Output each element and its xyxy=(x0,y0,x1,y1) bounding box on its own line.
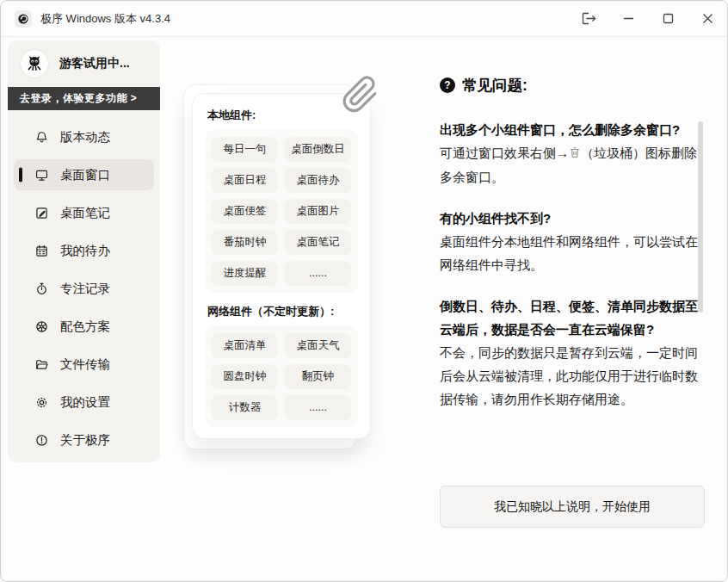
login-banner[interactable]: 去登录，体验更多功能 > xyxy=(8,87,160,110)
widget-chip[interactable]: 桌面笔记 xyxy=(285,230,351,255)
avatar xyxy=(20,49,49,78)
widget-card: 本地组件: 每日一句桌面倒数日桌面日程桌面待办桌面便签桌面图片番茄时钟桌面笔记进… xyxy=(192,93,371,439)
faq-answer: 不会，同步的数据只是暂存到云端，一定时间后会从云端被清理，此功能仅用于进行临时数… xyxy=(440,341,705,411)
widget-chip[interactable]: 番茄时钟 xyxy=(212,230,278,255)
faq-answer: 可通过窗口效果右侧→（垃圾桶）图标删除多余窗口。 xyxy=(440,141,705,189)
sidebar-item-label: 文件传输 xyxy=(60,356,110,373)
sidebar-item-info[interactable]: 关于极序 xyxy=(14,424,154,455)
sidebar-item-gear[interactable]: 我的设置 xyxy=(14,387,154,418)
widget-chip[interactable]: 桌面清单 xyxy=(212,333,278,358)
confirm-start-button[interactable]: 我已知晓以上说明，开始使用 xyxy=(440,486,705,528)
sidebar: 游客试用中... 去登录，体验更多功能 > 版本动态桌面窗口桌面笔记我的待办专注… xyxy=(8,40,160,462)
faq-heading-text: 常见问题: xyxy=(462,75,527,96)
widget-chip[interactable]: 桌面图片 xyxy=(285,199,351,224)
faq-answer: 桌面组件分本地组件和网络组件，可以尝试在网络组件中寻找。 xyxy=(440,230,705,276)
faq-question: 有的小组件找不到? xyxy=(440,207,705,230)
scrollbar-thumb[interactable] xyxy=(698,121,703,313)
exit-to-tray-button[interactable] xyxy=(579,9,598,28)
sidebar-item-folder[interactable]: 文件传输 xyxy=(14,349,154,380)
widget-chip[interactable]: 翻页钟 xyxy=(285,364,351,389)
palette-icon xyxy=(34,319,49,334)
faq-question: 出现多个小组件窗口，怎么删除多余窗口? xyxy=(440,118,705,141)
faq-section: ? 常见问题: 出现多个小组件窗口，怎么删除多余窗口?可通过窗口效果右侧→（垃圾… xyxy=(440,75,705,429)
faq-list: 出现多个小组件窗口，怎么删除多余窗口?可通过窗口效果右侧→（垃圾桶）图标删除多余… xyxy=(440,118,705,411)
sidebar-item-label: 桌面笔记 xyxy=(60,205,110,221)
sidebar-item-label: 关于极序 xyxy=(60,432,110,449)
edit-icon xyxy=(34,205,49,220)
faq-item: 倒数日、待办、日程、便签、清单同步数据至云端后，数据是否会一直在云端保留?不会，… xyxy=(440,294,705,411)
monitor-icon xyxy=(34,167,49,183)
trash-icon xyxy=(570,142,580,165)
widget-chip[interactable]: 桌面天气 xyxy=(285,333,351,358)
app-logo-icon xyxy=(15,10,32,28)
widget-chip[interactable]: ...... xyxy=(285,261,351,286)
widget-chip[interactable]: 每日一句 xyxy=(212,137,278,162)
sidebar-item-label: 配色方案 xyxy=(60,319,110,335)
widget-chip[interactable]: 圆盘时钟 xyxy=(212,364,278,389)
close-button[interactable] xyxy=(698,9,717,28)
widget-chip[interactable]: 桌面日程 xyxy=(212,168,278,193)
timer-icon xyxy=(34,281,49,296)
info-icon xyxy=(34,432,49,448)
calendar-icon xyxy=(34,243,49,258)
sidebar-item-label: 版本动态 xyxy=(60,129,110,146)
user-row: 游客试用中... xyxy=(8,40,160,87)
sidebar-item-palette[interactable]: 配色方案 xyxy=(14,311,154,342)
window-title: 极序 Windows 版本 v4.3.4 xyxy=(40,11,170,27)
sidebar-menu: 版本动态桌面窗口桌面笔记我的待办专注记录配色方案文件传输我的设置关于极序 xyxy=(8,110,160,455)
sidebar-item-label: 我的待办 xyxy=(60,243,110,259)
network-widgets-group: 桌面清单桌面天气圆盘时钟翻页钟计数器...... xyxy=(205,326,358,427)
faq-item: 出现多个小组件窗口，怎么删除多余窗口?可通过窗口效果右侧→（垃圾桶）图标删除多余… xyxy=(440,118,705,189)
widget-chip[interactable]: 桌面倒数日 xyxy=(285,137,351,162)
widget-chip[interactable]: 计数器 xyxy=(212,395,278,420)
sidebar-item-label: 桌面窗口 xyxy=(60,167,110,183)
sidebar-item-calendar[interactable]: 我的待办 xyxy=(14,235,154,266)
minimize-button[interactable] xyxy=(619,9,638,28)
sidebar-item-monitor[interactable]: 桌面窗口 xyxy=(14,159,154,190)
local-widgets-label: 本地组件: xyxy=(207,108,358,123)
question-mark-icon: ? xyxy=(440,77,455,93)
network-widgets-label: 网络组件（不定时更新）: xyxy=(207,304,358,319)
maximize-button[interactable] xyxy=(658,9,677,28)
sidebar-item-timer[interactable]: 专注记录 xyxy=(14,273,154,304)
active-indicator xyxy=(19,168,22,183)
sidebar-item-label: 我的设置 xyxy=(60,394,110,411)
faq-item: 有的小组件找不到?桌面组件分本地组件和网络组件，可以尝试在网络组件中寻找。 xyxy=(440,207,705,276)
local-widgets-group: 每日一句桌面倒数日桌面日程桌面待办桌面便签桌面图片番茄时钟桌面笔记进度提醒...… xyxy=(205,130,358,293)
gear-icon xyxy=(34,394,49,410)
sidebar-item-edit[interactable]: 桌面笔记 xyxy=(14,197,154,228)
widget-chip[interactable]: 桌面待办 xyxy=(285,168,351,193)
user-name: 游客试用中... xyxy=(59,56,130,71)
title-bar: 极序 Windows 版本 v4.3.4 xyxy=(1,1,727,37)
bell-icon xyxy=(34,129,49,145)
folder-icon xyxy=(34,356,49,372)
sidebar-item-bell[interactable]: 版本动态 xyxy=(14,121,154,152)
sidebar-item-label: 专注记录 xyxy=(60,281,110,297)
paperclip-icon xyxy=(338,73,381,116)
widget-chip[interactable]: 桌面便签 xyxy=(212,199,278,224)
faq-heading: ? 常见问题: xyxy=(440,75,705,96)
app-window: 极序 Windows 版本 v4.3.4 xyxy=(0,0,728,582)
widget-chip[interactable]: 进度提醒 xyxy=(212,261,278,286)
faq-question: 倒数日、待办、日程、便签、清单同步数据至云端后，数据是否会一直在云端保留? xyxy=(440,294,705,341)
widget-chip[interactable]: ...... xyxy=(285,395,351,420)
